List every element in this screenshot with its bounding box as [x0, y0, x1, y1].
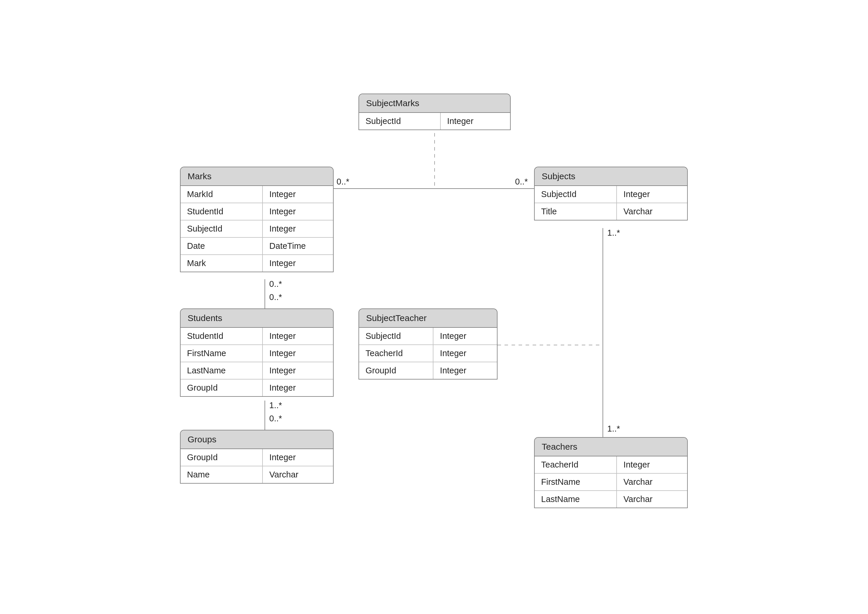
entity-subjects[interactable]: Subjects SubjectId Integer Title Varchar: [534, 167, 688, 220]
entity-subjectmarks[interactable]: SubjectMarks SubjectId Integer: [358, 93, 511, 130]
field-type: Integer: [263, 328, 333, 344]
field-type: Integer: [441, 113, 510, 130]
entity-title: Subjects: [535, 167, 687, 186]
entity-students[interactable]: Students StudentId Integer FirstName Int…: [180, 309, 334, 397]
field-name: GroupId: [180, 380, 263, 396]
field-type: Integer: [263, 449, 333, 466]
entity-teachers[interactable]: Teachers TeacherId Integer FirstName Var…: [534, 437, 688, 508]
field-row: SubjectId Integer: [359, 328, 497, 345]
field-row: FirstName Varchar: [535, 474, 687, 491]
connector-layer: [0, 0, 868, 614]
field-row: Title Varchar: [535, 203, 687, 220]
multiplicity-label: 0..*: [515, 177, 528, 186]
multiplicity-label: 1..*: [607, 424, 620, 434]
field-name: StudentId: [180, 328, 263, 344]
field-name: MarkId: [180, 186, 263, 203]
entity-title: Teachers: [535, 438, 687, 456]
field-name: TeacherId: [359, 345, 433, 362]
multiplicity-label: 1..*: [607, 228, 620, 238]
field-type: Integer: [433, 328, 497, 344]
field-row: SubjectId Integer: [535, 186, 687, 203]
entity-title: Groups: [180, 430, 333, 449]
field-row: GroupId Integer: [359, 362, 497, 379]
field-row: MarkId Integer: [180, 186, 333, 203]
field-type: Integer: [617, 456, 687, 473]
field-name: SubjectId: [359, 328, 433, 344]
field-name: SubjectId: [180, 220, 263, 237]
entity-subjectteacher[interactable]: SubjectTeacher SubjectId Integer Teacher…: [358, 309, 498, 380]
field-type: Varchar: [263, 466, 333, 483]
field-row: StudentId Integer: [180, 328, 333, 345]
field-name: FirstName: [535, 474, 617, 490]
entity-title: Students: [180, 309, 333, 328]
multiplicity-label: 0..*: [336, 177, 349, 186]
multiplicity-label: 1..*: [269, 400, 282, 410]
field-row: FirstName Integer: [180, 345, 333, 362]
field-name: GroupId: [359, 362, 433, 379]
entity-title: SubjectMarks: [359, 94, 510, 113]
er-diagram-canvas: SubjectMarks SubjectId Integer Marks Mar…: [0, 0, 868, 614]
field-row: SubjectId Integer: [180, 220, 333, 238]
field-row: Date DateTime: [180, 238, 333, 255]
field-name: SubjectId: [535, 186, 617, 203]
entity-title: SubjectTeacher: [359, 309, 497, 328]
field-type: Integer: [433, 345, 497, 362]
field-row: Mark Integer: [180, 255, 333, 271]
multiplicity-label: 0..*: [269, 279, 282, 289]
field-name: Title: [535, 203, 617, 220]
field-name: GroupId: [180, 449, 263, 466]
field-type: Integer: [263, 220, 333, 237]
field-type: Integer: [263, 345, 333, 362]
entity-fields: SubjectId Integer Title Varchar: [535, 186, 687, 220]
field-name: Name: [180, 466, 263, 483]
entity-fields: StudentId Integer FirstName Integer Last…: [180, 328, 333, 396]
field-name: Date: [180, 238, 263, 254]
entity-groups[interactable]: Groups GroupId Integer Name Varchar: [180, 430, 334, 484]
entity-title: Marks: [180, 167, 333, 186]
entity-fields: GroupId Integer Name Varchar: [180, 449, 333, 483]
field-name: Mark: [180, 255, 263, 271]
field-row: TeacherId Integer: [535, 456, 687, 474]
multiplicity-label: 0..*: [269, 292, 282, 302]
multiplicity-label: 0..*: [269, 414, 282, 423]
field-type: Integer: [617, 186, 687, 203]
entity-fields: TeacherId Integer FirstName Varchar Last…: [535, 456, 687, 508]
field-type: Varchar: [617, 491, 687, 508]
field-row: LastName Varchar: [535, 491, 687, 508]
field-row: TeacherId Integer: [359, 345, 497, 362]
entity-marks[interactable]: Marks MarkId Integer StudentId Integer S…: [180, 167, 334, 272]
field-row: GroupId Integer: [180, 449, 333, 466]
field-type: DateTime: [263, 238, 333, 254]
field-type: Integer: [263, 255, 333, 271]
field-name: LastName: [180, 362, 263, 379]
field-name: FirstName: [180, 345, 263, 362]
field-name: SubjectId: [359, 113, 441, 130]
field-type: Integer: [263, 186, 333, 203]
field-row: LastName Integer: [180, 362, 333, 380]
field-name: StudentId: [180, 203, 263, 220]
field-row: StudentId Integer: [180, 203, 333, 220]
field-type: Integer: [433, 362, 497, 379]
entity-fields: MarkId Integer StudentId Integer Subject…: [180, 186, 333, 271]
field-type: Varchar: [617, 203, 687, 220]
field-row: SubjectId Integer: [359, 113, 510, 130]
field-type: Integer: [263, 203, 333, 220]
entity-fields: SubjectId Integer TeacherId Integer Grou…: [359, 328, 497, 379]
field-type: Integer: [263, 362, 333, 379]
field-row: GroupId Integer: [180, 380, 333, 396]
field-type: Varchar: [617, 474, 687, 490]
field-type: Integer: [263, 380, 333, 396]
entity-fields: SubjectId Integer: [359, 113, 510, 130]
field-name: LastName: [535, 491, 617, 508]
field-row: Name Varchar: [180, 466, 333, 483]
field-name: TeacherId: [535, 456, 617, 473]
